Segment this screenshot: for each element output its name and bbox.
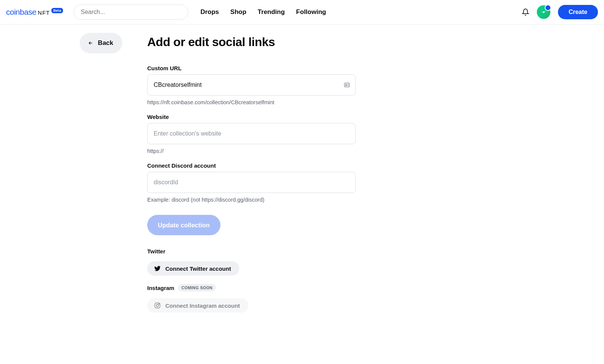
svg-rect-0 (344, 83, 350, 87)
id-card-icon (344, 82, 350, 88)
helper-website: https:// (147, 148, 356, 154)
nav-following[interactable]: Following (296, 8, 326, 16)
logo-main: coinbase (6, 8, 36, 17)
field-twitter: Twitter Connect Twitter account (147, 248, 356, 276)
instagram-icon (154, 302, 161, 309)
field-instagram: Instagram COMING SOON Connect Instagram … (147, 284, 356, 313)
svg-point-1 (345, 84, 347, 85)
arrow-left-icon (87, 40, 94, 46)
field-custom-url: Custom URL https://nft.coinbase.com/coll… (147, 65, 356, 105)
website-input[interactable] (147, 123, 356, 144)
logo[interactable]: coinbase NFT Beta (6, 8, 63, 17)
update-collection-button[interactable]: Update collection (147, 215, 220, 235)
nav-drops[interactable]: Drops (200, 8, 219, 16)
label-instagram-text: Instagram (147, 285, 174, 291)
label-instagram: Instagram COMING SOON (147, 284, 356, 292)
connect-instagram-label: Connect Instagram account (165, 302, 240, 309)
app-header: coinbase NFT Beta Drops Shop Trending Fo… (0, 0, 604, 25)
logo-sub: NFT (38, 9, 50, 16)
svg-point-4 (159, 304, 159, 304)
connect-instagram-button: Connect Instagram account (147, 298, 248, 313)
back-label: Back (98, 39, 113, 47)
notifications-icon[interactable] (522, 8, 529, 16)
nav-shop[interactable]: Shop (230, 8, 247, 16)
avatar[interactable] (537, 5, 550, 19)
label-discord: Connect Discord account (147, 162, 356, 169)
main-nav: Drops Shop Trending Following (200, 8, 326, 16)
twitter-icon (154, 265, 161, 272)
label-twitter: Twitter (147, 248, 356, 254)
helper-discord: Example: discord (not https://discord.gg… (147, 197, 356, 203)
field-website: Website https:// (147, 114, 356, 154)
custom-url-input[interactable] (147, 74, 356, 96)
search-input[interactable] (74, 5, 188, 20)
logo-badge: Beta (51, 8, 63, 13)
field-discord: Connect Discord account Example: discord… (147, 162, 356, 203)
connect-twitter-label: Connect Twitter account (165, 265, 231, 272)
svg-point-3 (156, 304, 159, 307)
coming-soon-badge: COMING SOON (178, 284, 216, 292)
nav-trending[interactable]: Trending (258, 8, 285, 16)
label-website: Website (147, 114, 356, 120)
helper-custom-url: https://nft.coinbase.com/collection/CBcr… (147, 99, 356, 105)
page-title: Add or edit social links (147, 35, 356, 49)
label-custom-url: Custom URL (147, 65, 356, 71)
back-button[interactable]: Back (80, 33, 122, 53)
discord-input[interactable] (147, 172, 356, 193)
create-button[interactable]: Create (558, 5, 598, 19)
connect-twitter-button[interactable]: Connect Twitter account (147, 261, 239, 276)
